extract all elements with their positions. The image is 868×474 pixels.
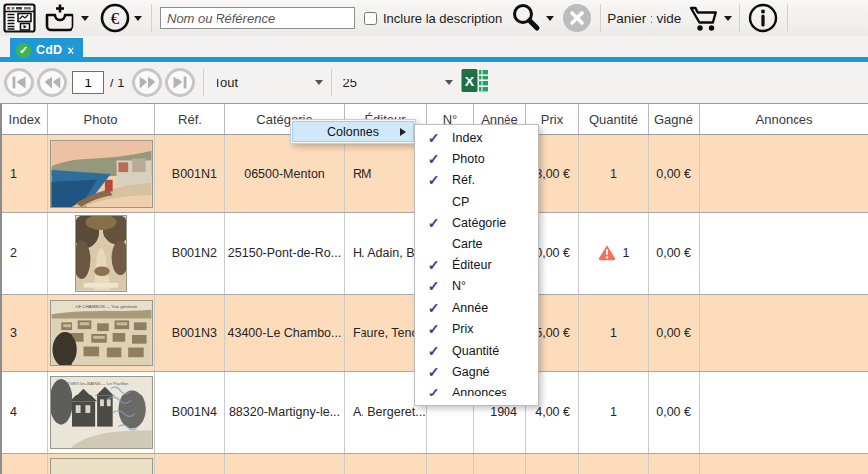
- checkmark-icon: ✓: [415, 257, 452, 273]
- submenu-item-numero[interactable]: ✓N°: [415, 276, 538, 297]
- submenu-item-index[interactable]: ✓Index: [415, 127, 538, 148]
- cart-status: Panier : vide: [607, 11, 681, 26]
- submenu-item-label: Photo: [452, 152, 485, 166]
- search-input[interactable]: [160, 7, 355, 29]
- nav-separator: [331, 69, 332, 96]
- checkmark-icon: ✓: [415, 300, 452, 316]
- import-tray-button[interactable]: [43, 3, 89, 33]
- column-header-index[interactable]: Index: [2, 104, 48, 134]
- postcard-thumbnail[interactable]: [75, 215, 127, 292]
- excel-icon: X: [461, 67, 489, 94]
- checkmark-icon: ✓: [415, 364, 452, 380]
- submenu-item-ref[interactable]: ✓Réf.: [415, 170, 538, 191]
- cell-categorie: 88320-Martigny-le...: [225, 372, 345, 453]
- svg-text:€: €: [111, 9, 120, 28]
- cell-annonces: [700, 295, 868, 371]
- catalog-form-icon[interactable]: [3, 3, 36, 34]
- toolbar-separator: [151, 4, 152, 32]
- last-page-button[interactable]: [165, 68, 195, 97]
- filter-select[interactable]: Tout: [214, 76, 323, 90]
- checkmark-icon: ✓: [415, 343, 452, 359]
- cell-categorie: 25150-Pont-de-Ro...: [225, 213, 345, 294]
- cell-categorie: 06500-Menton: [225, 135, 345, 212]
- previous-page-button[interactable]: [37, 68, 67, 97]
- tab-label: CdD: [36, 43, 62, 57]
- checkmark-icon: ✓: [415, 321, 452, 337]
- cell-ref: B001N1: [155, 135, 225, 212]
- cell-gagne: 0,00 €: [649, 372, 700, 453]
- column-header-annonces[interactable]: Annonces: [700, 104, 868, 134]
- checkmark-icon: ✓: [415, 278, 452, 294]
- submenu-item-label: Éditeur: [452, 258, 492, 272]
- pagination-toolbar: / 1 Tout 25 X: [0, 62, 868, 103]
- submenu-item-annee[interactable]: ✓Année: [415, 297, 538, 318]
- filter-select-value: Tout: [214, 76, 238, 90]
- tab-cdd[interactable]: ✓ CdD ×: [10, 38, 83, 62]
- submenu-item-gagne[interactable]: ✓Gagné: [415, 361, 538, 382]
- submenu-item-label: Annonces: [452, 386, 507, 399]
- cell-photo: [48, 454, 155, 474]
- submenu-item-label: Index: [452, 131, 483, 145]
- cell-prix: [526, 454, 579, 474]
- column-header-quantite[interactable]: Quantité: [579, 104, 649, 134]
- cell-index: 4: [2, 372, 48, 453]
- postcard-thumbnail[interactable]: [50, 458, 153, 474]
- column-header-gagne[interactable]: Gagné: [649, 104, 700, 134]
- search-button[interactable]: [509, 1, 554, 35]
- submenu-item-carte[interactable]: Carte: [415, 234, 538, 254]
- nav-separator: [203, 69, 204, 96]
- postcard-thumbnail[interactable]: [50, 140, 153, 208]
- submenu-item-prix[interactable]: ✓Prix: [415, 319, 538, 340]
- cell-quantite: 1: [579, 372, 649, 453]
- submenu-item-editeur[interactable]: ✓Éditeur: [415, 254, 538, 275]
- info-button[interactable]: [747, 2, 779, 34]
- page-number-input[interactable]: [72, 71, 104, 94]
- submenu-item-quantite[interactable]: ✓Quantité: [415, 340, 538, 361]
- submenu-item-label: CP: [452, 195, 469, 209]
- cell-ref: B001N3: [155, 295, 225, 371]
- euro-price-button[interactable]: €: [99, 2, 142, 34]
- menu-item-colonnes[interactable]: Colonnes: [292, 121, 414, 142]
- clear-search-button[interactable]: [563, 4, 591, 32]
- cell-editeur: [345, 454, 427, 474]
- submenu-item-label: N°: [452, 279, 466, 293]
- cell-gagne: 0,00 €: [649, 295, 700, 371]
- cell-index: 1: [2, 135, 48, 212]
- cell-annonces: [700, 454, 868, 474]
- postcard-thumbnail[interactable]: MARTIGNY-les-BAINS — Le Pavillon: [50, 376, 153, 449]
- cell-annonces: [700, 213, 868, 294]
- cell-gagne: 0,00 €: [649, 135, 700, 212]
- tab-close-icon[interactable]: ×: [67, 44, 74, 57]
- include-description-checkbox[interactable]: [364, 12, 377, 25]
- import-dropdown-arrow-icon[interactable]: [81, 16, 89, 21]
- postcard-thumbnail[interactable]: LE CHAMBON — Vue générale: [50, 300, 153, 366]
- search-dropdown-arrow-icon[interactable]: [546, 16, 554, 21]
- submenu-arrow-icon: [400, 128, 406, 136]
- tab-check-icon: ✓: [16, 43, 31, 58]
- toolbar-separator: [739, 4, 740, 32]
- cart-button[interactable]: [687, 3, 732, 33]
- close-icon: [570, 11, 584, 25]
- cell-ref: B001N4: [155, 372, 225, 453]
- cell-photo: [48, 213, 155, 294]
- submenu-item-label: Prix: [452, 322, 474, 336]
- submenu-item-label: Quantité: [452, 344, 499, 358]
- submenu-item-cp[interactable]: CP: [415, 191, 538, 212]
- chevron-down-icon: [445, 80, 453, 85]
- include-description-label: Inclure la description: [383, 11, 502, 26]
- column-header-photo[interactable]: Photo: [48, 104, 155, 134]
- cart-dropdown-arrow-icon[interactable]: [724, 16, 732, 21]
- submenu-item-photo[interactable]: ✓Photo: [415, 148, 538, 169]
- page-size-select[interactable]: 25: [342, 76, 453, 90]
- cell-index: 2: [2, 213, 48, 294]
- cell-annonces: [700, 372, 868, 453]
- submenu-item-categorie[interactable]: ✓Catégorie: [415, 213, 538, 234]
- table-row[interactable]: [2, 454, 868, 474]
- export-excel-button[interactable]: X: [461, 67, 489, 98]
- column-header-ref[interactable]: Réf.: [155, 104, 225, 134]
- cell-index: [2, 454, 48, 474]
- next-page-button[interactable]: [132, 68, 162, 97]
- first-page-button[interactable]: [4, 68, 34, 97]
- submenu-item-annonces[interactable]: ✓Annonces: [415, 383, 538, 403]
- euro-dropdown-arrow-icon[interactable]: [134, 16, 142, 21]
